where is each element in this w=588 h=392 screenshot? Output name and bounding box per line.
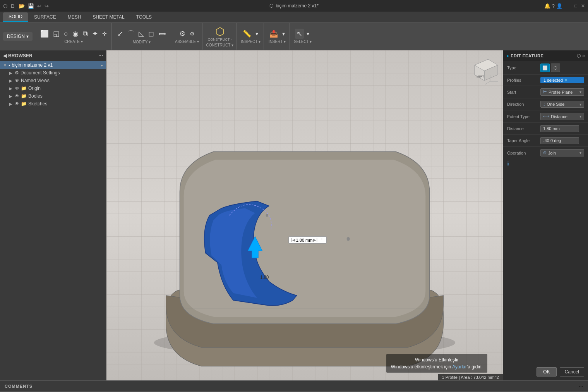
maximize-btn[interactable]: □ <box>574 3 577 9</box>
undo-icon[interactable]: ↩ <box>37 3 41 9</box>
browser-item-sketches[interactable]: ▶ 👁 📁 Sketches <box>0 100 106 108</box>
profiles-badge-text: 1 selected <box>543 78 563 83</box>
create-more-icon: ✛ <box>102 31 107 37</box>
cancel-button[interactable]: Cancel <box>560 367 584 377</box>
start-dropdown[interactable]: ⊢ Profile Plane ▾ <box>540 88 584 96</box>
item-options-icon[interactable]: ● <box>101 63 103 67</box>
inspect-label: INSPECT ▾ <box>241 40 261 44</box>
shell-btn[interactable]: ◻ <box>147 29 156 39</box>
close-btn[interactable]: ✕ <box>581 3 585 9</box>
tab-mesh[interactable]: MESH <box>62 13 87 21</box>
select-more-btn[interactable]: ▾ <box>305 30 311 38</box>
revolve-btn[interactable]: ○ <box>62 29 70 39</box>
save-icon[interactable]: 💾 <box>28 3 34 9</box>
svg-text:LEFT: LEFT <box>477 75 484 78</box>
doc-settings-label: Document Settings <box>21 70 60 76</box>
fillet-btn[interactable]: ⌒ <box>126 28 136 39</box>
browser-item-root[interactable]: ▼ ▪ biçim malzeme 2 v1 ● <box>0 61 106 69</box>
assemble-buttons: ⚙ ⚙ <box>178 29 196 39</box>
panel-actions: OK Cancel <box>503 363 588 380</box>
distance-input[interactable] <box>540 125 579 132</box>
joint-icon: ⚙ <box>179 29 185 38</box>
comments-options-icon[interactable]: ⋯ <box>579 383 583 389</box>
open-icon[interactable]: 📂 <box>19 3 25 9</box>
sweep-btn[interactable]: ◉ <box>71 29 80 39</box>
browser-options-icon[interactable]: ⋯ <box>98 53 103 58</box>
dim-left-handle: |◀ <box>291 238 295 242</box>
extrude-icon: ◱ <box>53 29 60 38</box>
insert-icon: 📥 <box>269 29 278 38</box>
info-row: ℹ <box>503 159 588 168</box>
browser-item-named-views[interactable]: ▶ 👁 Named Views <box>0 77 106 84</box>
app-icons: ⬡ 🗋 📂 💾 ↩ ↪ <box>3 3 49 9</box>
tab-tools[interactable]: TOOLS <box>131 13 157 21</box>
sketches-label: Sketches <box>28 101 47 107</box>
type-option-2[interactable]: ⬡ <box>551 64 560 72</box>
direction-icon: ↕ <box>543 102 545 107</box>
select-btn[interactable]: ↖ <box>295 29 304 39</box>
tab-sheet-metal[interactable]: SHEET METAL <box>87 13 130 21</box>
insert-btn[interactable]: 📥 <box>268 29 279 39</box>
extrude-btn[interactable]: ◱ <box>51 29 61 39</box>
modify-more-btn[interactable]: ⟺ <box>157 30 168 38</box>
assemble-more-btn[interactable]: ⚙ <box>188 30 196 38</box>
direction-dropdown[interactable]: ↕ One Side ▾ <box>540 101 584 108</box>
edit-feature-panel: ● EDIT FEATURE ⬡ » Type ⬜ ⬡ Profiles <box>503 50 588 380</box>
browser-item-doc-settings[interactable]: ▶ ⚙ Document Settings <box>0 69 106 77</box>
collapse-icon[interactable]: ◀ <box>3 53 7 58</box>
user-icon[interactable]: 👤 <box>556 3 562 9</box>
create-sketch-btn[interactable]: ⬜ <box>39 29 50 39</box>
browser-item-bodies[interactable]: ▶ 👁 📁 Bodies <box>0 92 106 100</box>
insert-label: INSERT ▾ <box>269 40 286 44</box>
hole-icon: ✦ <box>92 29 98 38</box>
extent-icon: ⟺ <box>543 114 549 119</box>
joint-btn[interactable]: ⚙ <box>178 29 187 39</box>
info-icon[interactable]: ℹ <box>507 161 509 167</box>
panel-expand-icon[interactable]: ⬡ <box>577 53 581 58</box>
new-icon[interactable]: 🗋 <box>10 3 15 9</box>
viewcube[interactable]: LEFT <box>469 53 500 84</box>
win-activate-link[interactable]: Ayarlar <box>452 364 467 370</box>
profile-status-bar: 1 Profile | Area : 73.042 mm^2 <box>438 374 503 380</box>
press-pull-btn[interactable]: ⤢ <box>116 29 125 39</box>
measure-btn[interactable]: 📏 <box>241 29 253 39</box>
profiles-badge[interactable]: 1 selected ✕ <box>540 77 584 83</box>
redo-icon[interactable]: ↪ <box>45 3 49 9</box>
insert-more-btn[interactable]: ▾ <box>281 30 286 38</box>
named-views-arrow-icon: ▶ <box>9 79 13 83</box>
operation-arrow-icon: ▾ <box>579 151 581 155</box>
browser-header: ◀ BROWSER ⋯ <box>0 50 106 61</box>
minimize-btn[interactable]: – <box>568 3 571 9</box>
help-icon[interactable]: ? <box>552 3 555 9</box>
ok-button[interactable]: OK <box>537 367 556 377</box>
tab-solid[interactable]: SOLID <box>3 12 28 22</box>
dimension-label[interactable]: |◀ 1.80 mm ▶| ⋮ <box>288 236 327 244</box>
insert-buttons: 📥 ▾ <box>268 29 286 39</box>
viewport[interactable]: 1.80 |◀ 1.80 mm ▶| ⋮ <box>106 50 503 380</box>
panel-double-arrow-icon[interactable]: » <box>582 53 585 58</box>
notifications-icon[interactable]: 🔔 <box>544 3 550 9</box>
type-option-1[interactable]: ⬜ <box>540 64 550 72</box>
edit-panel-header: ● EDIT FEATURE ⬡ » <box>503 50 588 61</box>
design-dropdown-btn[interactable]: DESIGN ▾ <box>3 32 33 41</box>
ribbon-group-create: ⬜ ◱ ○ ◉ ⧉ ✦ ✛ CREATE ▾ <box>36 23 112 50</box>
loft-btn[interactable]: ⧉ <box>81 29 89 39</box>
press-pull-icon: ⤢ <box>117 29 123 38</box>
ribbon-group-select: ↖ ▾ SELECT ▾ <box>291 23 315 50</box>
dim-options-icon[interactable]: ⋮ <box>320 237 324 242</box>
create-more-btn[interactable]: ✛ <box>101 30 108 38</box>
app-menu-icon[interactable]: ⬡ <box>3 3 7 9</box>
hole-btn[interactable]: ✦ <box>91 29 99 39</box>
extent-type-dropdown[interactable]: ⟺ Distance ▾ <box>540 113 584 120</box>
chamfer-btn[interactable]: ◺ <box>137 29 146 39</box>
tab-surface[interactable]: SURFACE <box>29 13 62 21</box>
offset-plane-btn[interactable]: ⬡ CONSTRUCT - <box>206 26 233 42</box>
operation-dropdown[interactable]: ⊕ Join ▾ <box>540 149 584 156</box>
taper-input[interactable] <box>540 137 579 144</box>
profiles-clear-btn[interactable]: ✕ <box>564 78 567 83</box>
modify-more-icon: ⟺ <box>158 31 166 37</box>
construct-buttons: ⬡ CONSTRUCT - <box>206 26 233 42</box>
profiles-row: Profiles 1 selected ✕ <box>503 75 588 86</box>
browser-item-origin[interactable]: ▶ 👁 📁 Origin <box>0 84 106 92</box>
inspect-more-btn[interactable]: ▾ <box>254 30 260 38</box>
